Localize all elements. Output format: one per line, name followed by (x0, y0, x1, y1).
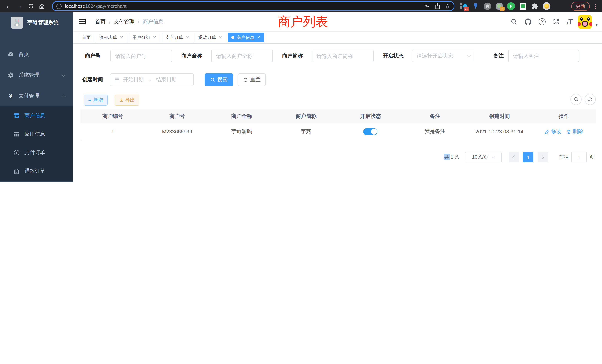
bookmark-star-icon[interactable]: ☆ (445, 3, 450, 10)
page-size-select[interactable]: 10条/页 (465, 152, 502, 162)
back-icon[interactable]: ← (3, 1, 14, 11)
close-icon[interactable]: ✕ (152, 35, 157, 40)
url-text: localhost:1024/pay/merchant (65, 3, 126, 9)
tab-home[interactable]: 首页 (79, 33, 94, 42)
add-button[interactable]: + 新增 (84, 95, 108, 106)
close-icon[interactable]: ✕ (218, 35, 223, 40)
fullscreen-icon[interactable] (552, 17, 561, 26)
breadcrumb-payment[interactable]: 支付管理 (114, 18, 135, 25)
tab-merchant-info[interactable]: 商户信息✕ (228, 33, 264, 42)
export-button[interactable]: 导出 (115, 95, 139, 106)
github-icon[interactable] (524, 17, 533, 26)
calendar-icon (114, 77, 120, 83)
extensions-puzzle-icon[interactable] (531, 2, 539, 10)
extension-chat-icon[interactable] (519, 2, 527, 10)
full-name-input[interactable] (211, 50, 273, 62)
password-key-icon[interactable] (423, 3, 430, 9)
status-label: 开启状态 (378, 53, 404, 59)
sidebar-item-pay-order[interactable]: ¥ 支付订单 (0, 143, 73, 162)
app-title: 芋道管理系统 (27, 19, 59, 26)
browser-menu-icon[interactable]: ⋮ (593, 3, 598, 10)
search-icon[interactable] (509, 17, 518, 26)
forward-icon[interactable]: → (14, 1, 25, 11)
chevron-up-icon (62, 95, 65, 98)
app-logo[interactable]: 🐰 芋道管理系统 (0, 12, 73, 33)
user-avatar[interactable] (578, 15, 592, 29)
date-range-input[interactable]: 开始日期 - 结束日期 (110, 73, 194, 86)
page-content: 商户号 商户全称 商户简称 开启状态 请选择开启状态 (73, 44, 602, 182)
table-row: 1 M233666999 芋道源码 芋艿 我是备注 2021-10-23 08:… (80, 123, 596, 140)
full-name-label: 商户全称 (177, 53, 202, 59)
close-icon[interactable]: ✕ (185, 35, 190, 40)
tab-process-form[interactable]: 流程表单✕ (96, 33, 127, 42)
end-date-placeholder: 结束日期 (156, 76, 177, 83)
edit-link[interactable]: 修改 (545, 128, 561, 135)
browser-update-button[interactable]: 更新 (571, 2, 590, 11)
chevron-left-icon (513, 155, 516, 159)
extension-y-icon[interactable]: y (507, 2, 515, 10)
remark-label: 备注 (480, 53, 504, 59)
sidebar-item-payment[interactable]: ¥ 支付管理 (0, 86, 73, 106)
goto-page-input[interactable] (571, 152, 587, 162)
share-icon[interactable] (435, 3, 440, 9)
font-size-icon[interactable]: TT (566, 18, 573, 25)
short-name-label: 商户简称 (278, 53, 303, 59)
short-name-input[interactable] (312, 50, 374, 62)
goto-label: 前往 (559, 154, 569, 161)
payment-submenu: 商户信息 应用信息 ¥ 支付订单 (0, 106, 73, 181)
chevron-down-icon (492, 155, 495, 158)
cell-merchant-id: 1 (80, 123, 145, 140)
reload-icon[interactable] (25, 1, 36, 11)
total-text: 共1条 (444, 154, 459, 161)
breadcrumb-home[interactable]: 首页 (95, 18, 106, 25)
remark-input[interactable] (508, 50, 579, 62)
yen-icon: ¥ (7, 92, 14, 100)
extension-diamond-icon[interactable]: 10 (460, 2, 467, 10)
site-info-icon[interactable]: i (56, 3, 62, 9)
tab-pay-order[interactable]: 支付订单✕ (162, 33, 193, 42)
shop-icon (13, 112, 20, 119)
refresh-button[interactable] (585, 94, 596, 105)
close-icon[interactable]: ✕ (119, 35, 124, 40)
status-toggle[interactable] (364, 128, 377, 135)
tab-user-group[interactable]: 用户分组✕ (129, 33, 160, 42)
cell-remark: 我是备注 (403, 123, 467, 140)
sidebar-item-app-info[interactable]: 应用信息 (0, 125, 73, 143)
next-page-button[interactable] (538, 152, 548, 162)
close-icon[interactable]: ✕ (257, 35, 261, 40)
screen: ← → i localhost:1024/pay/merchant ☆ (0, 0, 602, 182)
home-icon[interactable] (36, 1, 47, 11)
cell-full-name: 芋道源码 (209, 123, 274, 140)
current-page-button[interactable]: 1 (523, 152, 533, 162)
table-header-row: 商户编号 商户号 商户全称 商户简称 开启状态 备注 创建时间 操作 (80, 109, 596, 123)
help-icon[interactable]: ? (538, 17, 547, 26)
address-bar[interactable]: i localhost:1024/pay/merchant ☆ (52, 1, 454, 11)
page-annotation: 商户列表 (278, 13, 328, 30)
search-button[interactable]: 搜索 (205, 73, 233, 86)
reset-button[interactable]: 重置 (238, 73, 266, 86)
extension-kite-icon[interactable] (472, 2, 479, 10)
sidebar-item-merchant-info[interactable]: 商户信息 (0, 106, 73, 125)
tab-refund-order[interactable]: 退款订单✕ (195, 33, 226, 42)
avatar-dropdown-caret-icon[interactable]: ▼ (595, 23, 598, 26)
hide-search-button[interactable] (570, 94, 582, 105)
sidebar-item-system[interactable]: 系统管理 (0, 65, 73, 86)
sidebar-item-refund-order[interactable]: 退款订单 (0, 162, 73, 181)
sidebar-item-infra[interactable]: 基础设施 (0, 181, 73, 182)
cell-create-time: 2021-10-23 08:31:14 (467, 123, 532, 140)
merchant-no-input[interactable] (110, 50, 172, 62)
delete-link[interactable]: 删除 (566, 128, 583, 135)
extension-recorder-icon[interactable]: 1 (495, 2, 503, 10)
cell-merchant-no: M233666999 (145, 123, 209, 140)
cell-short-name: 芋艿 (274, 123, 338, 140)
sidebar-item-home[interactable]: 首页 (0, 44, 73, 65)
page-suffix: 页 (589, 154, 594, 161)
grid-icon (13, 131, 20, 138)
sidebar-toggle-icon[interactable] (79, 19, 86, 24)
extension-command-icon[interactable]: ⌘ (483, 2, 491, 10)
profile-avatar-icon[interactable] (543, 2, 550, 10)
prev-page-button[interactable] (509, 152, 519, 162)
sidebar: 🐰 芋道管理系统 首页 系统管理 ¥ (0, 12, 73, 182)
extension-badge-10: 10 (464, 7, 469, 11)
status-select[interactable]: 请选择开启状态 (412, 50, 474, 62)
